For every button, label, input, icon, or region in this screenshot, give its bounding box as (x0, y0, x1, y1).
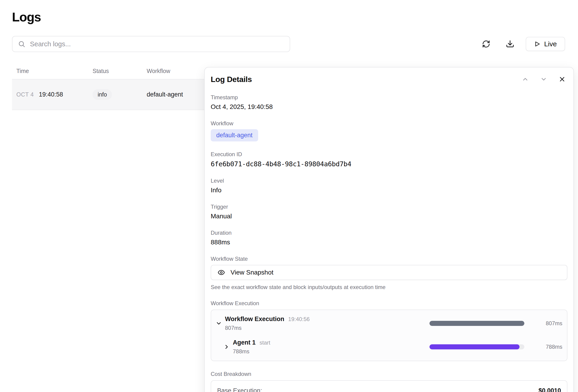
timestamp-value: Oct 4, 2025, 19:40:58 (211, 103, 567, 110)
cost-breakdown-label: Cost Breakdown (211, 371, 567, 377)
refresh-icon (482, 40, 490, 48)
column-header-time: Time (12, 68, 93, 74)
log-time: 19:40:58 (39, 91, 63, 98)
live-button[interactable]: Live (526, 37, 565, 51)
span-duration: 788ms (233, 348, 430, 355)
view-snapshot-button[interactable]: View Snapshot (211, 265, 567, 280)
workflow-badge[interactable]: default-agent (211, 129, 258, 142)
close-icon (558, 76, 566, 83)
timestamp-label: Timestamp (211, 94, 567, 101)
span-name: Agent 1 (233, 339, 256, 346)
log-date: OCT 4 (16, 91, 34, 98)
workflow-state-caption: See the exact workflow state and block i… (211, 284, 567, 291)
workflow-label: Workflow (211, 120, 567, 127)
search-input[interactable] (30, 40, 284, 48)
search-icon (18, 40, 25, 48)
status-badge: info (93, 89, 112, 100)
download-button[interactable] (504, 38, 516, 50)
workflow-state-label: Workflow State (211, 256, 567, 262)
span-duration-right: 788ms (524, 344, 562, 350)
page-title: Logs (12, 10, 41, 24)
span-name: Workflow Execution (225, 316, 284, 323)
next-log-button[interactable] (538, 74, 549, 85)
chevron-down-icon (540, 76, 547, 83)
eye-icon (218, 269, 225, 276)
span-start-time: 19:40:56 (288, 316, 310, 322)
close-panel-button[interactable] (557, 74, 567, 85)
logs-page: Logs Live (0, 0, 578, 392)
cost-row-label: Base Execution: (217, 387, 262, 392)
execution-span-row[interactable]: Workflow Execution 19:40:56 807ms 807ms (215, 316, 562, 331)
execution-span-row[interactable]: Agent 1 start 788ms 788ms (215, 339, 562, 355)
span-timeline-track (430, 321, 524, 326)
span-duration-right: 807ms (524, 320, 562, 327)
span-duration: 807ms (225, 325, 430, 331)
previous-log-button[interactable] (520, 74, 530, 85)
duration-label: Duration (211, 230, 567, 236)
column-header-status: Status (93, 68, 147, 74)
panel-header: Log Details (211, 74, 567, 85)
toolbar-actions: Live (480, 37, 565, 51)
cost-row: Base Execution: $0.0010 (217, 387, 561, 392)
workflow-execution-label: Workflow Execution (211, 300, 567, 306)
chevron-down-icon[interactable] (215, 319, 223, 327)
play-icon (534, 41, 540, 47)
download-icon (506, 40, 514, 48)
search-box[interactable] (12, 36, 290, 52)
view-snapshot-label: View Snapshot (231, 269, 273, 276)
chevron-right-icon[interactable] (223, 343, 231, 351)
execution-id-label: Execution ID (211, 151, 567, 157)
panel-controls (520, 74, 567, 85)
duration-value: 888ms (211, 239, 567, 246)
span-timeline-bar (430, 344, 520, 349)
live-button-label: Live (544, 40, 557, 48)
panel-title: Log Details (211, 75, 252, 84)
trigger-label: Trigger (211, 204, 567, 210)
refresh-button[interactable] (480, 38, 492, 50)
span-tag: start (259, 340, 270, 346)
level-label: Level (211, 178, 567, 184)
execution-id-value: 6fe6b071-dc88-4b48-98c1-89804a6bd7b4 (211, 160, 567, 168)
span-timeline-bar (430, 321, 524, 326)
workflow-execution-card: Workflow Execution 19:40:56 807ms 807ms (211, 310, 567, 361)
cost-row-value: $0.0010 (538, 387, 561, 392)
log-details-panel: Log Details (204, 67, 574, 392)
level-value: Info (211, 187, 567, 194)
span-timeline-track (430, 344, 524, 349)
chevron-up-icon (522, 76, 529, 83)
toolbar: Live (12, 36, 565, 52)
cost-breakdown-card: Base Execution: $0.0010 Model Input: $0.… (211, 380, 567, 392)
trigger-value: Manual (211, 213, 567, 220)
